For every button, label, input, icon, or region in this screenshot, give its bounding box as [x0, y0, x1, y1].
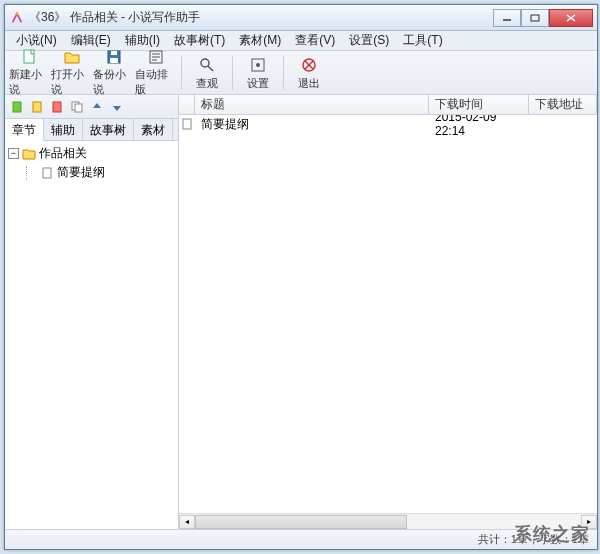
- layout-icon: [146, 48, 166, 66]
- menu-tools[interactable]: 工具(T): [396, 30, 449, 51]
- left-panel: 章节 辅助 故事树 素材 − 作品相关 简要提纲: [5, 95, 179, 529]
- toolbar-separator: [181, 56, 182, 90]
- list-row[interactable]: 简要提纲 2015-02-09 22:14: [179, 115, 597, 133]
- row-time: 2015-02-09 22:14: [429, 115, 529, 138]
- svg-point-0: [16, 12, 19, 15]
- left-tabs: 章节 辅助 故事树 素材: [5, 119, 178, 141]
- tree-item[interactable]: 简要提纲: [26, 163, 175, 182]
- menu-view[interactable]: 查看(V): [288, 30, 342, 51]
- tree-root[interactable]: − 作品相关: [8, 144, 175, 163]
- column-time[interactable]: 下载时间: [429, 95, 529, 114]
- toolbar-separator: [232, 56, 233, 90]
- scroll-right-button[interactable]: ▸: [581, 515, 597, 529]
- scroll-left-button[interactable]: ◂: [179, 515, 195, 529]
- list-header: 标题 下载时间 下载地址: [179, 95, 597, 115]
- menu-material[interactable]: 素材(M): [232, 30, 288, 51]
- statusbar: 共计：1章，字数：1章: [5, 529, 597, 549]
- maximize-button[interactable]: [521, 9, 549, 27]
- scroll-thumb[interactable]: [195, 515, 407, 529]
- workspace: 章节 辅助 故事树 素材 − 作品相关 简要提纲: [5, 95, 597, 529]
- down-icon[interactable]: [108, 98, 126, 116]
- folder-icon: [22, 147, 36, 161]
- up-icon[interactable]: [88, 98, 106, 116]
- toolbar-label: 设置: [247, 76, 269, 91]
- auto-layout-button[interactable]: 自动排版: [135, 53, 177, 93]
- add-icon[interactable]: [8, 98, 26, 116]
- svg-line-14: [208, 66, 213, 71]
- backup-novel-button[interactable]: 备份小说: [93, 53, 135, 93]
- main-toolbar: 新建小说 打开小说 备份小说 自动排版 查观 设置 退出: [5, 51, 597, 95]
- toolbar-label: 退出: [298, 76, 320, 91]
- settings-button[interactable]: 设置: [237, 53, 279, 93]
- svg-point-13: [201, 59, 209, 67]
- tree-item-label: 简要提纲: [57, 164, 105, 181]
- tab-storytree[interactable]: 故事树: [83, 119, 134, 140]
- svg-rect-2: [531, 15, 539, 21]
- tree-root-label: 作品相关: [39, 145, 87, 162]
- app-window: 《36》 作品相关 - 小说写作助手 小说(N) 编辑(E) 辅助(I) 故事树…: [4, 4, 598, 550]
- status-text: 共计：1章，字数：1章: [478, 532, 589, 547]
- svg-rect-8: [110, 58, 118, 63]
- search-icon: [197, 55, 217, 75]
- edit-icon[interactable]: [28, 98, 46, 116]
- document-icon: [40, 166, 54, 180]
- chapter-tree: − 作品相关 简要提纲: [5, 141, 178, 529]
- toolbar-label: 自动排版: [135, 67, 177, 97]
- collapse-icon[interactable]: −: [8, 148, 19, 159]
- new-novel-button[interactable]: 新建小说: [9, 53, 51, 93]
- column-title[interactable]: 标题: [195, 95, 429, 114]
- tab-chapter[interactable]: 章节: [5, 119, 44, 141]
- window-controls: [493, 9, 593, 27]
- menubar: 小说(N) 编辑(E) 辅助(I) 故事树(T) 素材(M) 查看(V) 设置(…: [5, 31, 597, 51]
- scroll-track[interactable]: [195, 515, 581, 529]
- row-title: 简要提纲: [195, 116, 429, 133]
- svg-rect-25: [43, 168, 51, 178]
- horizontal-scrollbar[interactable]: ◂ ▸: [179, 513, 597, 529]
- app-icon: [9, 10, 25, 26]
- toolbar-label: 新建小说: [9, 67, 51, 97]
- svg-point-16: [256, 63, 260, 67]
- row-icon: [179, 118, 195, 130]
- exit-icon: [299, 55, 319, 75]
- save-icon: [104, 48, 124, 66]
- svg-rect-20: [13, 102, 21, 112]
- icon-column[interactable]: [179, 95, 195, 114]
- left-toolbar: [5, 95, 178, 119]
- delete-icon[interactable]: [48, 98, 66, 116]
- column-url[interactable]: 下载地址: [529, 95, 597, 114]
- svg-rect-26: [183, 119, 191, 129]
- copy-icon[interactable]: [68, 98, 86, 116]
- window-title: 《36》 作品相关 - 小说写作助手: [29, 9, 493, 26]
- tab-material[interactable]: 素材: [134, 119, 173, 140]
- svg-rect-24: [75, 104, 82, 112]
- file-new-icon: [20, 48, 40, 66]
- tree-line: [26, 166, 37, 180]
- svg-rect-5: [24, 50, 34, 63]
- search-button[interactable]: 查观: [186, 53, 228, 93]
- tab-assist[interactable]: 辅助: [44, 119, 83, 140]
- menu-storytree[interactable]: 故事树(T): [167, 30, 232, 51]
- svg-rect-21: [33, 102, 41, 112]
- list-body: 简要提纲 2015-02-09 22:14: [179, 115, 597, 513]
- menu-settings[interactable]: 设置(S): [342, 30, 396, 51]
- close-button[interactable]: [549, 9, 593, 27]
- titlebar: 《36》 作品相关 - 小说写作助手: [5, 5, 597, 31]
- svg-rect-7: [111, 51, 117, 55]
- toolbar-separator: [283, 56, 284, 90]
- toolbar-label: 查观: [196, 76, 218, 91]
- toolbar-label: 备份小说: [93, 67, 135, 97]
- settings-icon: [248, 55, 268, 75]
- exit-button[interactable]: 退出: [288, 53, 330, 93]
- open-novel-button[interactable]: 打开小说: [51, 53, 93, 93]
- toolbar-label: 打开小说: [51, 67, 93, 97]
- right-panel: 标题 下载时间 下载地址 简要提纲 2015-02-09 22:14 ◂ ▸: [179, 95, 597, 529]
- minimize-button[interactable]: [493, 9, 521, 27]
- svg-rect-22: [53, 102, 61, 112]
- folder-open-icon: [62, 48, 82, 66]
